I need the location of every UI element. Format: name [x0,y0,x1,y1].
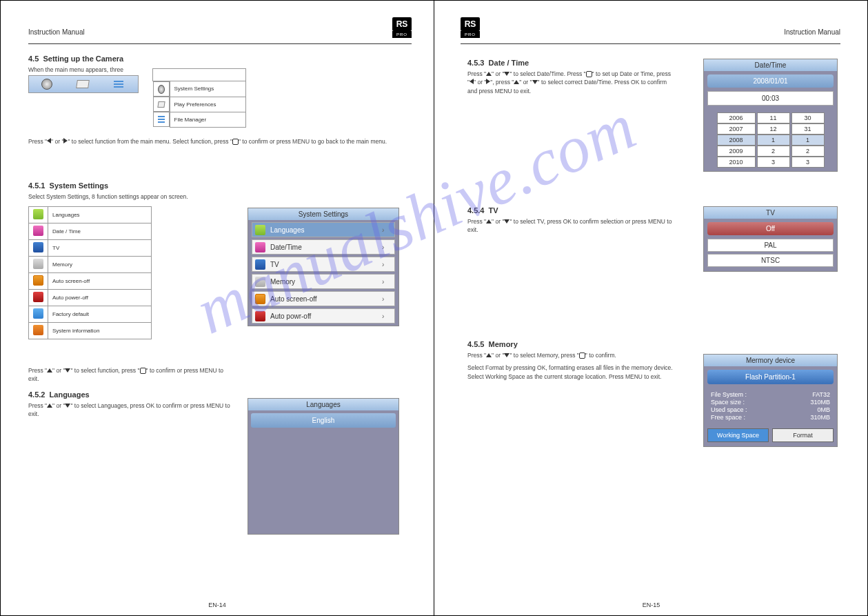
osd-languages: Languages English [248,398,399,535]
main-menu-tabbar [28,75,139,93]
osd-sys-poweroff[interactable]: Auto powr-off› [252,308,395,324]
memory-label: Memory [48,257,152,273]
sec-4-5-2-title: 4.5.2 Languages [28,390,235,399]
section-4-5-3: 4.5.3 Date / Time Press "" or "" to sele… [467,59,674,95]
osd-sys-screenoff[interactable]: Auto screen-off› [252,291,395,306]
up-arrow-icon [47,368,52,372]
osd-tv: TV Off PAL NTSC [703,206,838,272]
down-arrow-icon [504,353,509,357]
tv-icon [33,242,43,252]
header-rule-right [461,43,840,44]
screenoff-label: Auto screen-off [48,273,152,290]
datetime-icon [33,226,43,236]
header-rule-left [28,43,412,44]
osd-system-settings: System Settings Languages› Date/Time› TV… [248,208,399,326]
factory-label: Factory default [48,306,152,323]
osd-lang-english[interactable]: English [251,413,396,428]
right-arrow-icon [486,79,490,84]
memory-icon [33,259,43,269]
osd-mem-title: Mermory device [704,355,837,366]
osd-tv-pal[interactable]: PAL [707,239,834,252]
sec-4-5-4-title: 4.5.4 TV [467,206,674,215]
working-space-button[interactable]: Working Space [707,428,769,442]
factory-icon [33,308,43,319]
osd-sys-datetime[interactable]: Date/Time› [252,239,395,255]
up-arrow-icon [47,404,52,408]
mod-sys-label: System Settings [170,81,245,97]
section-4-5-5: 4.5.5 Memory Press "" or "" to select Me… [467,340,674,381]
tab-play-icon [65,80,101,88]
osd-sys-tv[interactable]: TV› [252,257,395,272]
osd-mem-device[interactable]: Flash Partition-1 [707,370,834,384]
osd-sys-memory[interactable]: Memory› [252,274,395,289]
pagenum-left: EN-14 [208,602,226,608]
pro-text: PRO [461,31,480,38]
rs-pro-logo: RS PRO [461,17,480,38]
mod-files-label: File Manager [170,112,245,127]
sec-4-5-title: 4.5 Setting up the Camera [28,54,414,63]
lang-icon [33,209,43,219]
osd-mem-info: File System :FAT32 Space size :310MB Use… [704,388,837,424]
mem-instr-2: Select Format by pressing OK, formatting… [467,364,674,381]
mem-instr-1: Press "" or "" to select Memory, press "… [467,351,674,359]
rs-pro-logo: RS PRO [392,17,412,38]
sec-4-5-5-title: 4.5.5 Memory [467,340,674,348]
poweroff-label: Auto power-off [48,290,152,306]
modules-instr: Press "" or "" to select function from t… [28,137,414,146]
osd-tv-title: TV [704,207,837,219]
dt-year-col[interactable]: 2006 2007 2008 2009 2010 [717,112,756,168]
osd-dt-date[interactable]: 2008/01/01 [707,74,834,88]
lang-instr: Press "" or "" to select Languages, pres… [28,401,235,419]
mod-files-icon [153,112,170,127]
osd-memory: Mermory device Flash Partition-1 File Sy… [703,354,838,447]
sys-instr: Press "" or "" to select function, press… [28,366,235,384]
tab-files-icon [101,81,137,88]
up-arrow-icon [486,72,492,76]
left-arrow-icon [47,138,51,143]
rs-text: RS [392,17,412,31]
dt-day-col[interactable]: 30 31 1 2 3 [791,112,825,168]
sysinfo-label: System information [48,323,152,339]
ok-button-icon [140,368,146,374]
osd-dt-picker: 2006 2007 2008 2009 2010 11 12 1 2 3 30 … [704,109,837,171]
down-arrow-icon [504,72,509,76]
rs-text: RS [461,17,480,31]
left-arrow-icon [470,79,474,84]
sec-4-5-1-title: 4.5.1 System Settings [28,181,235,190]
osd-datetime: Date/Time 2008/01/01 00:03 2006 2007 200… [703,59,838,172]
doc-title-right: Instruction Manual [784,28,840,36]
osd-sys-title: System Settings [248,208,398,220]
dt-instr: Press "" or "" to select Date/Time. Pres… [467,70,674,95]
system-items-table: Languages Date / Time TV Memory Auto scr… [28,206,152,339]
pro-text: PRO [392,31,412,38]
osd-dt-time[interactable]: 00:03 [707,91,834,106]
poweroff-icon [33,292,43,302]
up-arrow-icon [514,80,519,84]
sec-4-5-1-text: Select System Settings, 8 function setti… [28,192,235,201]
down-arrow-icon [65,404,70,408]
section-4-5-1: 4.5.1 System Settings Select System Sett… [28,181,235,201]
modules-table: System Settings Play Preferences File Ma… [152,68,246,128]
osd-tv-off[interactable]: Off [707,222,834,235]
tv-label: TV [48,240,152,257]
osd-sys-languages[interactable]: Languages› [252,222,395,237]
osd-lang-title: Languages [248,399,398,410]
up-arrow-icon [486,219,492,223]
down-arrow-icon [532,80,538,84]
modules-header [153,69,246,81]
lang-label: Languages [48,207,152,223]
section-4-5-2: 4.5.2 Languages Press "" or "" to select… [28,390,235,419]
ok-button-icon [232,139,239,145]
dt-month-col[interactable]: 11 12 1 2 3 [757,112,790,168]
datetime-label: Date / Time [48,223,152,240]
format-button[interactable]: Format [772,428,834,442]
down-arrow-icon [504,219,509,223]
sysinfo-icon [33,325,43,335]
ok-button-icon [579,352,585,359]
sec-4-5-3-title: 4.5.3 Date / Time [467,59,674,67]
osd-tv-ntsc[interactable]: NTSC [707,254,834,267]
right-arrow-icon [63,138,68,143]
mod-sys-icon [153,81,170,97]
pagenum-right: EN-15 [643,602,660,608]
mod-play-icon [153,97,170,112]
